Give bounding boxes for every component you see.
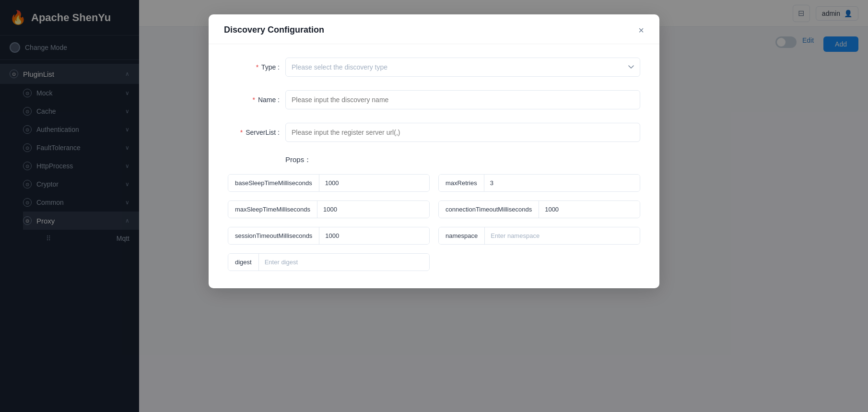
modal-overlay: Discovery Configuration × * Type : Pleas… — [0, 0, 868, 412]
server-list-required-marker: * — [240, 129, 243, 136]
prop-item-session-timeout: sessionTimeoutMilliseconds — [228, 227, 430, 245]
type-required-marker: * — [256, 63, 258, 71]
type-label: * Type : — [228, 63, 285, 71]
prop-key-base-sleep: baseSleepTimeMilliseconds — [228, 175, 319, 191]
name-required-marker: * — [253, 96, 255, 104]
name-label: * Name : — [228, 96, 285, 104]
server-list-label: * ServerList : — [228, 129, 285, 136]
prop-value-namespace[interactable] — [485, 227, 640, 244]
props-label: Props： — [228, 155, 640, 165]
prop-key-session-timeout: sessionTimeoutMilliseconds — [228, 227, 319, 244]
prop-value-max-sleep[interactable] — [317, 201, 429, 218]
prop-item-max-retries: maxRetries — [438, 174, 640, 192]
prop-item-base-sleep: baseSleepTimeMilliseconds — [228, 174, 430, 192]
form-row-name: * Name : — [228, 90, 640, 109]
prop-key-namespace: namespace — [439, 227, 485, 244]
prop-key-max-retries: maxRetries — [439, 175, 484, 191]
name-input[interactable] — [285, 90, 640, 109]
prop-value-max-retries[interactable] — [484, 175, 640, 191]
prop-item-digest: digest — [228, 253, 430, 271]
prop-value-session-timeout[interactable] — [319, 227, 429, 244]
modal-title: Discovery Configuration — [224, 25, 324, 35]
prop-value-base-sleep[interactable] — [319, 175, 429, 191]
prop-key-connection-timeout: connectionTimeoutMilliseconds — [439, 201, 539, 218]
modal-close-button[interactable]: × — [638, 25, 644, 35]
prop-item-max-sleep: maxSleepTimeMilliseconds — [228, 200, 430, 218]
props-section: Props： baseSleepTimeMilliseconds maxRetr… — [228, 155, 640, 271]
prop-value-digest[interactable] — [259, 254, 429, 271]
props-grid: baseSleepTimeMilliseconds maxRetries max… — [228, 174, 640, 245]
prop-value-connection-timeout[interactable] — [539, 201, 640, 218]
prop-key-digest: digest — [228, 254, 259, 271]
discovery-config-modal: Discovery Configuration × * Type : Pleas… — [209, 14, 659, 288]
digest-row: digest — [228, 253, 640, 271]
prop-item-connection-timeout: connectionTimeoutMilliseconds — [438, 200, 640, 218]
form-row-type: * Type : Please select the discovery typ… — [228, 58, 640, 77]
type-select[interactable]: Please select the discovery type — [285, 58, 640, 77]
server-list-input[interactable] — [285, 123, 640, 142]
form-row-server-list: * ServerList : — [228, 123, 640, 142]
prop-item-namespace: namespace — [438, 227, 640, 245]
modal-body: * Type : Please select the discovery typ… — [209, 44, 659, 288]
prop-key-max-sleep: maxSleepTimeMilliseconds — [228, 201, 317, 218]
modal-header: Discovery Configuration × — [209, 14, 659, 44]
